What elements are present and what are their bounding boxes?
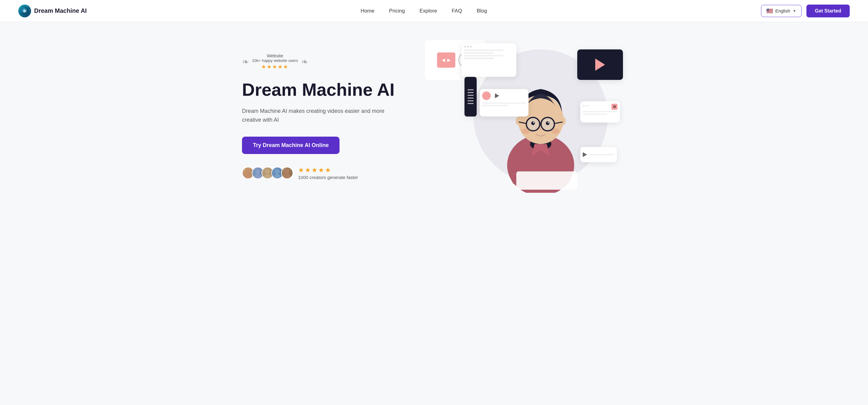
hero-content: ❧ Website 10k+ happy website users ★★★★★… (242, 53, 425, 180)
gear-icon: ⚙ (611, 104, 618, 110)
browser-dot (470, 46, 472, 48)
browser-content-line (464, 52, 494, 54)
browser-content-line (464, 58, 494, 59)
browser-dots (464, 46, 514, 48)
nav-right: 🇺🇸 English ▼ Get Started (761, 5, 850, 18)
flag-icon: 🇺🇸 (766, 8, 773, 15)
svg-point-1 (246, 169, 250, 174)
navbar: Dream Machine AI Home Pricing Explore FA… (0, 0, 868, 22)
player-play-icon (495, 93, 499, 98)
settings-content-line (583, 113, 607, 115)
svg-rect-28 (516, 171, 577, 190)
settings-card: ⚙ (580, 101, 620, 123)
award-title: Website (252, 53, 298, 58)
logo-icon (18, 5, 31, 18)
svg-point-3 (255, 169, 260, 174)
svg-point-4 (254, 174, 261, 178)
panel-line (467, 97, 474, 98)
try-button[interactable]: Try Dream Machine AI Online (242, 137, 340, 154)
svg-point-25 (548, 122, 549, 123)
svg-point-6 (264, 174, 271, 178)
panel-line (467, 89, 474, 90)
video-card (577, 50, 623, 80)
award-subtitle: 10k+ happy website users (252, 58, 298, 63)
play-small-card (580, 147, 617, 162)
laurel-right-icon: ❧ (301, 57, 308, 67)
avatar (281, 167, 293, 179)
svg-point-16 (560, 117, 566, 125)
social-proof: ★★★★★ 1000 creators generate faster (242, 166, 425, 180)
browser-content-line (464, 55, 504, 56)
proof-text: 1000 creators generate faster (298, 175, 358, 180)
panel-line (467, 95, 474, 96)
hero-illustration: ⚙ (455, 40, 626, 193)
player-progress-line (482, 105, 508, 106)
panel-card (464, 77, 477, 116)
arrows-icon: ◄► (441, 57, 452, 63)
svg-point-5 (265, 169, 270, 174)
get-started-button[interactable]: Get Started (806, 5, 850, 18)
play-progress-line (589, 154, 614, 155)
proof-right: ★★★★★ 1000 creators generate faster (298, 166, 358, 180)
settings-content-line (583, 111, 618, 112)
nav-home[interactable]: Home (361, 8, 374, 14)
panel-line (467, 100, 474, 101)
settings-dots (583, 105, 588, 107)
svg-point-24 (533, 122, 534, 123)
player-circle-icon (482, 91, 491, 100)
svg-point-10 (283, 174, 291, 178)
logo-text: Dream Machine AI (34, 7, 87, 15)
language-button[interactable]: 🇺🇸 English ▼ (761, 5, 802, 17)
logo-link[interactable]: Dream Machine AI (18, 5, 87, 18)
laptop-video-icon: ◄► (437, 53, 455, 68)
proof-stars: ★★★★★ (298, 166, 358, 174)
award-stars: ★★★★★ (252, 63, 298, 70)
panel-line (467, 92, 474, 93)
svg-point-26 (522, 128, 530, 134)
svg-point-9 (285, 169, 289, 174)
svg-point-23 (546, 121, 550, 125)
award-text: Website 10k+ happy website users ★★★★★ (252, 53, 298, 70)
settings-dot (583, 105, 584, 107)
settings-dot (587, 105, 588, 107)
browser-dot (467, 46, 469, 48)
hero-heading: Dream Machine AI (242, 80, 425, 99)
play-icon (595, 59, 605, 71)
nav-faq[interactable]: FAQ (452, 8, 462, 14)
award-badge: ❧ Website 10k+ happy website users ★★★★★… (242, 53, 425, 70)
player-progress-line (482, 103, 526, 104)
nav-pricing[interactable]: Pricing (389, 8, 405, 14)
hero-illustration-container: ⚙ (443, 40, 638, 193)
browser-card (461, 43, 516, 77)
player-card (480, 89, 528, 116)
svg-point-7 (275, 169, 280, 174)
logo-svg (21, 7, 29, 15)
svg-point-15 (516, 117, 522, 125)
svg-point-27 (551, 128, 560, 134)
hero-section: ❧ Website 10k+ happy website users ★★★★★… (206, 22, 662, 205)
hero-description: Dream Machine AI makes creating videos e… (242, 107, 388, 124)
browser-dot (464, 46, 466, 48)
svg-point-8 (274, 174, 281, 178)
chevron-down-icon: ▼ (793, 9, 796, 13)
svg-point-2 (244, 174, 252, 178)
nav-blog[interactable]: Blog (477, 8, 487, 14)
avatar-stack (242, 167, 293, 179)
panel-line (467, 103, 474, 104)
language-label: English (775, 8, 790, 13)
browser-content-line (464, 50, 504, 51)
nav-explore[interactable]: Explore (420, 8, 437, 14)
settings-dot (585, 105, 586, 107)
svg-point-22 (531, 121, 535, 125)
nav-links: Home Pricing Explore FAQ Blog (361, 8, 487, 14)
play-small-icon (583, 152, 587, 157)
laurel-left-icon: ❧ (242, 57, 249, 67)
